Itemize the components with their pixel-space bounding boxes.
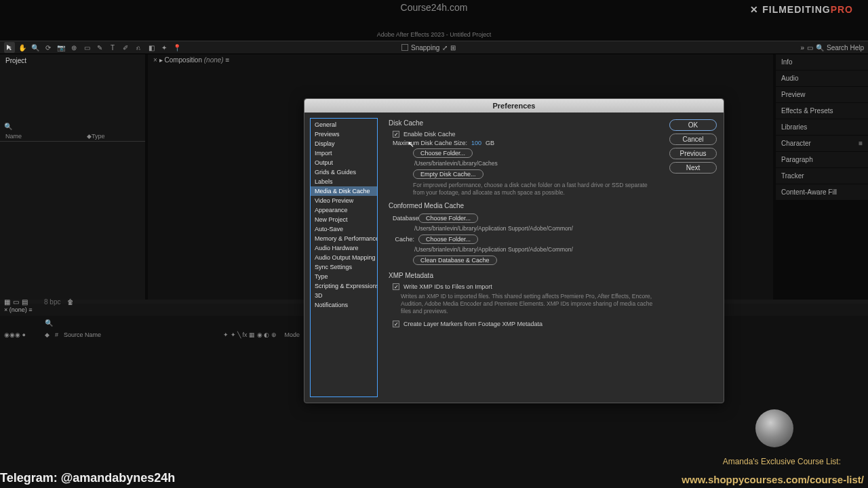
type-tool-icon[interactable]: T — [107, 42, 118, 53]
comp-tab-label: Composition — [164, 56, 202, 64]
cat-3d[interactable]: 3D — [311, 291, 377, 300]
project-panel: Project 🔍 Name ◆ Type — [0, 54, 145, 300]
panel-preview[interactable]: Preview — [776, 87, 868, 103]
layer-markers-label: Create Layer Markers from Footage XMP Me… — [403, 321, 542, 327]
panel-audio[interactable]: Audio — [776, 70, 868, 87]
enable-disk-cache-checkbox[interactable]: ✓ — [393, 131, 399, 138]
cat-previews[interactable]: Previews — [311, 129, 377, 139]
preferences-dialog: Preferences General Previews Display Imp… — [304, 98, 724, 403]
hand-tool-icon[interactable]: ✋ — [17, 42, 28, 53]
zoom-tool-icon[interactable]: 🔍 — [30, 42, 41, 53]
panel-tracker[interactable]: Tracker — [776, 168, 868, 184]
col-tag-icon: ◆ — [87, 133, 92, 140]
cat-import[interactable]: Import — [311, 148, 377, 158]
search-icon[interactable]: 🔍 — [816, 44, 824, 52]
brush-tool-icon[interactable]: ✐ — [120, 42, 131, 53]
composition-tab[interactable]: × ▸ Composition (none) ≡ — [148, 54, 235, 66]
write-xmp-checkbox[interactable]: ✓ — [393, 283, 399, 290]
project-tab[interactable]: Project — [0, 54, 145, 67]
cat-display[interactable]: Display — [311, 139, 377, 148]
cat-appearance[interactable]: Appearance — [311, 205, 377, 215]
panel-info[interactable]: Info — [776, 54, 868, 70]
puppet-tool-icon[interactable]: 📍 — [172, 42, 182, 53]
cat-memory[interactable]: Memory & Performance — [311, 234, 377, 243]
snap-icon[interactable]: ⤢ — [442, 44, 448, 52]
cat-audio-hw[interactable]: Audio Hardware — [311, 243, 377, 253]
panel-libraries[interactable]: Libraries — [776, 119, 868, 136]
xmp-section: XMP Metadata — [389, 272, 664, 279]
cat-video-preview[interactable]: Video Preview — [311, 196, 377, 205]
empty-disk-cache-button[interactable]: Empty Disk Cache... — [413, 169, 484, 179]
write-xmp-help: Writes an XMP ID to imported files. This… — [401, 293, 664, 315]
cat-sync[interactable]: Sync Settings — [311, 262, 377, 272]
cat-scripting[interactable]: Scripting & Expressions — [311, 281, 377, 291]
cache-path: /Users/brianlevin/Library/Application Su… — [414, 246, 664, 253]
preferences-content: Disk Cache ✓ Enable Disk Cache ↖ Maximum… — [383, 113, 669, 403]
cat-labels[interactable]: Labels — [311, 177, 377, 186]
cancel-button[interactable]: Cancel — [669, 134, 717, 145]
panel-icon[interactable]: ▭ — [807, 44, 813, 52]
panel-content-aware[interactable]: Content-Aware Fill — [776, 184, 868, 201]
col-name[interactable]: Name — [5, 133, 87, 140]
cat-new-project[interactable]: New Project — [311, 215, 377, 224]
ok-button[interactable]: OK — [669, 119, 717, 131]
trash-icon[interactable]: 🗑 — [67, 298, 74, 306]
write-xmp-label: Write XMP IDs to Files on Import — [403, 283, 492, 290]
roto-tool-icon[interactable]: ✦ — [159, 42, 170, 53]
next-button[interactable]: Next — [669, 162, 717, 174]
preferences-category-list: General Previews Display Import Output G… — [310, 118, 378, 397]
camera-tool-icon[interactable]: 📷 — [56, 42, 66, 53]
clean-db-cache-button[interactable]: Clean Database & Cache — [413, 256, 497, 265]
selection-tool-icon[interactable] — [4, 42, 15, 53]
db-choose-folder-button[interactable]: Choose Folder... — [418, 214, 478, 223]
choose-folder-button[interactable]: Choose Folder... — [413, 148, 473, 158]
watermark-top: Course24h.com — [401, 2, 468, 13]
search-help-input[interactable]: Search Help — [827, 44, 864, 52]
panel-effects[interactable]: Effects & Presets — [776, 103, 868, 119]
tl-search-icon[interactable]: 🔍 — [45, 319, 53, 327]
panel-character[interactable]: Character≡ — [776, 136, 868, 152]
cat-general[interactable]: General — [311, 120, 377, 129]
cat-media-disk-cache[interactable]: Media & Disk Cache — [311, 186, 377, 196]
previous-button[interactable]: Previous — [669, 148, 717, 159]
telegram-overlay: Telegram: @amandabynes24h — [0, 471, 175, 485]
tl-icon3[interactable]: ▤ — [22, 298, 28, 306]
cat-notifications[interactable]: Notifications — [311, 300, 377, 310]
avatar — [755, 409, 793, 447]
cat-audio-out[interactable]: Audio Output Mapping — [311, 253, 377, 262]
tl-icon[interactable]: ▦ — [4, 298, 10, 306]
brand-logo: ✕ FILMEDITINGPRO — [750, 4, 853, 15]
snapping-checkbox[interactable] — [401, 44, 408, 51]
pen-tool-icon[interactable]: ✎ — [94, 42, 105, 53]
max-cache-value[interactable]: 100 — [471, 140, 481, 146]
preferences-buttons: OK Cancel Previous Next — [669, 113, 724, 403]
project-search-icon[interactable]: 🔍 — [4, 123, 12, 130]
timeline-tab[interactable]: × (none) ≡ — [4, 306, 33, 313]
preferences-title: Preferences — [304, 99, 724, 113]
panel-paragraph[interactable]: Paragraph — [776, 152, 868, 168]
cat-type[interactable]: Type — [311, 272, 377, 281]
cat-auto-save[interactable]: Auto-Save — [311, 224, 377, 234]
shape-tool-icon[interactable]: ▭ — [81, 42, 92, 53]
conformed-section: Conformed Media Cache — [389, 202, 664, 209]
snapping-label: Snapping — [411, 44, 439, 52]
pan-behind-tool-icon[interactable]: ⊕ — [68, 42, 79, 53]
workspace-icon[interactable]: » — [800, 44, 804, 52]
clone-tool-icon[interactable]: ⎌ — [133, 42, 144, 53]
cat-output[interactable]: Output — [311, 158, 377, 167]
rotate-tool-icon[interactable]: ⟳ — [43, 42, 54, 53]
cat-grids[interactable]: Grids & Guides — [311, 167, 377, 177]
brand-pro: PRO — [831, 4, 853, 15]
tl-icon2[interactable]: ▭ — [13, 298, 19, 306]
right-panel-stack: Info Audio Preview Effects & Presets Lib… — [776, 54, 868, 201]
col-type[interactable]: Type — [92, 133, 105, 140]
db-path: /Users/brianlevin/Library/Application Su… — [414, 225, 664, 232]
source-name-col[interactable]: Source Name — [64, 331, 101, 338]
mode-col[interactable]: Mode — [285, 331, 300, 338]
enable-disk-cache-label: Enable Disk Cache — [403, 131, 456, 138]
layer-switches-icon[interactable]: ◆ — [45, 331, 50, 338]
snap-align-icon[interactable]: ⊞ — [450, 44, 456, 52]
layer-markers-checkbox[interactable]: ✓ — [393, 321, 399, 327]
eraser-tool-icon[interactable]: ◧ — [146, 42, 157, 53]
cache-choose-folder-button[interactable]: Choose Folder... — [418, 235, 478, 244]
